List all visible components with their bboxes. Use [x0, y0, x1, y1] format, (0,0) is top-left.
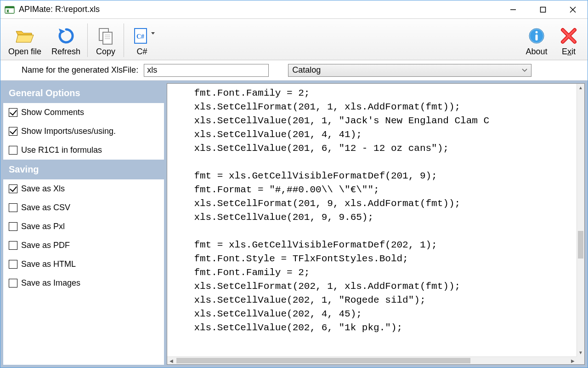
- saving-header: Saving: [3, 160, 164, 179]
- refresh-button[interactable]: Refresh: [46, 21, 85, 60]
- scroll-up-arrow[interactable]: ▲: [577, 84, 584, 92]
- refresh-icon: [57, 25, 75, 47]
- dropdown-value: Catalog: [292, 65, 321, 75]
- form-bar: Name for the generated XlsFile: Catalog: [0, 60, 588, 80]
- general-option[interactable]: Show Imports/uses/using.: [3, 122, 164, 141]
- window-controls: [498, 0, 588, 18]
- open-file-label: Open file: [8, 47, 41, 57]
- copy-label: Copy: [96, 47, 115, 57]
- option-label: Save as CSV: [21, 203, 70, 213]
- vertical-scroll-thumb[interactable]: [578, 231, 583, 259]
- scroll-right-arrow[interactable]: ▶: [569, 357, 577, 364]
- language-label: C#: [137, 47, 147, 57]
- xlsfile-name-input[interactable]: [144, 64, 269, 77]
- chevron-down-icon: [151, 32, 155, 34]
- about-button[interactable]: About: [520, 21, 553, 60]
- toolbar: Open file Refresh Copy C#: [0, 19, 588, 60]
- scroll-left-arrow[interactable]: ◀: [167, 357, 175, 364]
- svg-rect-16: [536, 34, 538, 40]
- saving-option[interactable]: Save as HTML: [3, 255, 164, 274]
- svg-point-15: [536, 31, 538, 34]
- option-label: Save as Images: [21, 278, 80, 288]
- horizontal-scrollbar[interactable]: ◀ ▶: [167, 356, 577, 364]
- app-icon: [4, 4, 15, 15]
- checkbox[interactable]: [9, 260, 17, 269]
- general-option[interactable]: Use R1C1 in formulas: [3, 141, 164, 160]
- about-label: About: [526, 47, 547, 57]
- checkbox[interactable]: [9, 184, 17, 193]
- general-options-header: General Options: [3, 83, 164, 103]
- maximize-button[interactable]: [528, 0, 558, 18]
- saving-option[interactable]: Save as Pxl: [3, 217, 164, 236]
- checkbox[interactable]: [9, 127, 17, 136]
- horizontal-scroll-thumb[interactable]: [176, 358, 470, 363]
- window-title: APIMate: R:\report.xls: [19, 5, 498, 14]
- option-label: Use R1C1 in formulas: [21, 145, 102, 155]
- saving-option[interactable]: Save as Xls: [3, 179, 164, 198]
- code-text[interactable]: fmt.Font.Family = 2; xls.SetCellFormat(2…: [167, 84, 584, 364]
- saving-option[interactable]: Save as CSV: [3, 198, 164, 217]
- option-label: Show Comments: [21, 108, 84, 117]
- svg-rect-7: [103, 32, 112, 44]
- exit-label: Exit: [562, 47, 576, 57]
- info-icon: [528, 25, 545, 47]
- option-label: Save as Xls: [21, 184, 65, 194]
- folder-open-icon: [15, 25, 35, 47]
- checkbox[interactable]: [9, 241, 17, 250]
- refresh-label: Refresh: [51, 47, 80, 57]
- vertical-scrollbar[interactable]: ▲ ▼: [577, 84, 584, 356]
- exit-button[interactable]: Exit: [553, 21, 585, 60]
- copy-button[interactable]: Copy: [90, 21, 122, 60]
- close-x-icon: [560, 25, 577, 47]
- scroll-down-arrow[interactable]: ▼: [577, 349, 584, 356]
- chevron-down-icon: [522, 67, 527, 74]
- saving-option[interactable]: Save as Images: [3, 274, 164, 293]
- checkbox[interactable]: [9, 108, 17, 117]
- option-label: Show Imports/uses/using.: [21, 126, 116, 136]
- svg-text:C#: C#: [136, 33, 144, 40]
- saving-option[interactable]: Save as PDF: [3, 236, 164, 255]
- svg-rect-1: [5, 6, 14, 8]
- checkbox[interactable]: [9, 222, 17, 231]
- name-label: Name for the generated XlsFile:: [22, 65, 138, 75]
- toolbar-separator: [124, 23, 124, 57]
- title-bar: APIMate: R:\report.xls: [0, 0, 588, 19]
- language-button[interactable]: C# C#: [126, 21, 158, 60]
- checkbox[interactable]: [9, 279, 17, 288]
- sidebar: General Options Show CommentsShow Import…: [3, 83, 164, 365]
- option-label: Save as HTML: [21, 259, 76, 269]
- toolbar-separator: [87, 23, 88, 57]
- sheet-dropdown[interactable]: Catalog: [288, 64, 531, 77]
- open-file-button[interactable]: Open file: [3, 21, 46, 60]
- close-button[interactable]: [558, 0, 588, 18]
- option-label: Save as PDF: [21, 241, 70, 250]
- code-panel: fmt.Font.Family = 2; xls.SetCellFormat(2…: [167, 83, 585, 365]
- main-area: General Options Show CommentsShow Import…: [0, 80, 588, 368]
- svg-rect-3: [540, 7, 545, 12]
- checkbox[interactable]: [9, 203, 17, 212]
- checkbox[interactable]: [9, 146, 17, 155]
- option-label: Save as Pxl: [21, 222, 65, 231]
- csharp-icon: C#: [133, 25, 151, 47]
- copy-icon: [96, 25, 115, 47]
- general-option[interactable]: Show Comments: [3, 103, 164, 122]
- minimize-button[interactable]: [498, 0, 528, 18]
- scroll-corner: [577, 356, 584, 364]
